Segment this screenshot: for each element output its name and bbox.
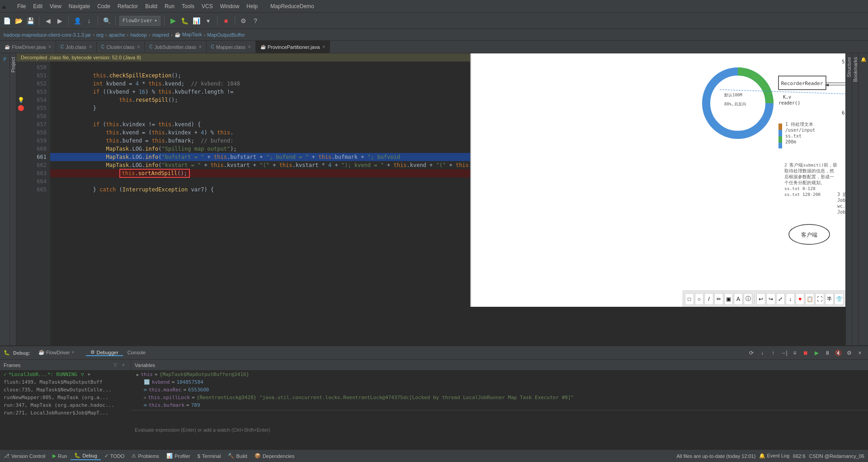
frame-item-4[interactable]: run:347, MapTask (org.apache.hadoc... xyxy=(0,401,131,409)
forward-btn[interactable]: ▶ xyxy=(55,16,65,26)
debug-btn[interactable]: 🐛 xyxy=(180,16,190,26)
path-mapoutputbuffer[interactable]: MapOutputBuffer xyxy=(207,32,245,38)
settings-btn[interactable]: ⚙ xyxy=(239,16,249,26)
bottom-tab-dependencies[interactable]: 📦 Dependencies xyxy=(251,452,298,460)
frames-add-btn[interactable]: + xyxy=(120,362,127,369)
expand-spilllock[interactable]: ∞ xyxy=(144,395,146,400)
frame-item-5[interactable]: run:271, LocalJobRunner$Job$MapT... xyxy=(0,409,131,417)
bottom-tab-run[interactable]: ▶ Run xyxy=(49,452,71,460)
tab-cluster[interactable]: C Cluster.class × xyxy=(97,41,145,53)
tab-mapper[interactable]: C Mapper.class × xyxy=(207,41,256,53)
run-btn[interactable]: ▶ xyxy=(168,16,178,26)
back-btn[interactable]: ◀ xyxy=(43,16,53,26)
help-btn[interactable]: ? xyxy=(250,16,260,26)
event-log-label[interactable]: 🔔 Event Log xyxy=(759,453,789,459)
bottom-tab-vcs[interactable]: ⎇ Version Control xyxy=(0,452,49,460)
menu-navigate[interactable]: Navigate xyxy=(65,2,94,10)
path-jar[interactable]: hadoop-mapreduce-client-core-3.1.3.jar xyxy=(4,32,91,38)
frame-item-0[interactable]: ✓ *LocalJobR...*: RUNNING ▽ + xyxy=(0,371,131,378)
path-apache[interactable]: apache xyxy=(108,32,125,38)
dtool-line[interactable]: / xyxy=(704,293,713,305)
menu-code[interactable]: Code xyxy=(94,2,114,10)
search-btn[interactable]: 🔍 xyxy=(102,16,112,26)
frame-item-2[interactable]: close:735, MapTask$NewOutputColle... xyxy=(0,386,131,394)
debug-subtab-debugger[interactable]: ⚙ Debugger xyxy=(86,349,123,356)
debug-mute[interactable]: 🔇 xyxy=(834,348,843,357)
frame-item-3[interactable]: runNewMapper:805, MapTask (org.a... xyxy=(0,394,131,401)
tab-provincepartitioner[interactable]: ☕ ProvincePartitioner.java × xyxy=(256,41,330,53)
more-run-btn[interactable]: ▾ xyxy=(203,16,213,26)
menu-vcs[interactable]: VCS xyxy=(198,2,217,10)
bottom-tab-profiler[interactable]: 📊 Profiler xyxy=(163,452,194,460)
tab-close-mapper[interactable]: × xyxy=(248,44,251,49)
var-item-this[interactable]: ▶ this = {MapTask$MapOutputBuffer@3416} xyxy=(131,371,868,378)
notification-icon[interactable]: 🔔 xyxy=(859,55,868,63)
tab-job[interactable]: C Job.class × xyxy=(56,41,97,53)
dtool-text-box[interactable]: ▣ xyxy=(724,293,733,305)
menu-help[interactable]: Help xyxy=(243,2,261,10)
debug-close[interactable]: × xyxy=(855,348,864,357)
menu-tools[interactable]: Tools xyxy=(178,2,198,10)
debug-evaluate[interactable]: ≡ xyxy=(790,348,799,357)
bottom-tab-debug[interactable]: 🐛 Debug xyxy=(71,452,100,460)
var-item-kvbend[interactable]: 🔢 kvbend = 104857584 xyxy=(131,378,868,386)
open-btn[interactable]: 📂 xyxy=(14,16,24,26)
debug-tab-flowdriver[interactable]: ☕ FlowDriver × xyxy=(34,349,79,356)
menu-view[interactable]: View xyxy=(46,2,65,10)
var-item-spilllock[interactable]: ∞ this.spillLock = {ReentrantLock@3428} … xyxy=(131,394,868,401)
structure-sidebar[interactable]: Structure xyxy=(845,53,852,345)
dtool-rect[interactable]: □ xyxy=(685,293,694,305)
debug-settings[interactable]: ⚙ xyxy=(844,348,854,357)
debug-run-to-cursor[interactable]: →| xyxy=(779,348,788,357)
add-frame-btn[interactable]: + xyxy=(88,372,91,377)
frames-filter-btn[interactable]: ▽ xyxy=(112,362,119,369)
menu-refactor[interactable]: Refactor xyxy=(114,2,142,10)
path-maptask[interactable]: ☕ MapTask xyxy=(175,32,202,38)
stop-btn[interactable]: ■ xyxy=(221,16,231,26)
dtool-shirt[interactable]: 👕 xyxy=(835,293,844,305)
dtool-clipboard[interactable]: 📋 xyxy=(805,293,814,305)
tab-flowdriver[interactable]: ☕ FlowDriver.java × xyxy=(0,41,56,53)
var-item-maxrec[interactable]: ∞ this.maxRec = 6553600 xyxy=(131,386,868,394)
frame-item-1[interactable]: flush:1499, MapTask$MapOutputBuff xyxy=(0,378,131,386)
dtool-pencil[interactable]: ✏ xyxy=(714,293,723,305)
expand-this[interactable]: ▶ xyxy=(137,372,139,377)
tab-close-jobsubmitter[interactable]: × xyxy=(199,44,202,49)
var-item-bufmark[interactable]: ∞ this.bufmark = 789 xyxy=(131,401,868,409)
arrow-btn[interactable]: ↓ xyxy=(84,16,94,26)
menu-run[interactable]: Run xyxy=(161,2,178,10)
bottom-tab-problems[interactable]: ⚠ Problems xyxy=(128,452,162,460)
dtool-undo[interactable]: ↩ xyxy=(756,293,765,305)
debug-step-into[interactable]: ↓ xyxy=(758,348,767,357)
project-panel[interactable]: Project xyxy=(10,53,16,345)
bottom-tab-terminal[interactable]: $ Terminal xyxy=(194,452,225,460)
expression-input[interactable] xyxy=(131,410,868,449)
dtool-redo[interactable]: ↪ xyxy=(766,293,775,305)
tab-close-provincepartitioner[interactable]: × xyxy=(322,44,325,49)
dtool-expand[interactable]: ⤢ xyxy=(776,293,785,305)
path-org[interactable]: org xyxy=(96,32,104,38)
dtool-info[interactable]: ⓘ xyxy=(744,293,753,305)
user-btn[interactable]: 👤 xyxy=(72,16,82,26)
menu-file[interactable]: File xyxy=(14,2,29,10)
tab-close-job[interactable]: × xyxy=(89,44,92,49)
path-hadoop[interactable]: hadoop xyxy=(130,32,147,38)
debug-stop[interactable]: ⏹ xyxy=(801,348,810,357)
dtool-heart[interactable]: ♥ xyxy=(796,293,805,305)
debug-step-out[interactable]: ↑ xyxy=(769,348,778,357)
bottom-tab-build[interactable]: 🔨 Build xyxy=(224,452,250,460)
coverage-btn[interactable]: 📊 xyxy=(192,16,202,26)
project-dropdown[interactable]: FlowDriver ▾ xyxy=(119,16,160,26)
tab-close-cluster[interactable]: × xyxy=(137,44,140,49)
menu-edit[interactable]: Edit xyxy=(29,2,46,10)
dtool-fullscreen[interactable]: ⛶ xyxy=(815,293,824,305)
debug-tab-close[interactable]: × xyxy=(72,350,75,355)
dtool-circle[interactable]: ○ xyxy=(695,293,704,305)
dtool-download[interactable]: ↓ xyxy=(786,293,795,305)
tab-close-flowdriver[interactable]: × xyxy=(48,44,51,49)
dtool-text[interactable]: A xyxy=(734,293,743,305)
path-mapred[interactable]: mapred xyxy=(152,32,169,38)
debug-step-over[interactable]: ⟳ xyxy=(747,348,756,357)
dtool-half[interactable]: 半 xyxy=(825,293,834,305)
project-icon[interactable]: P xyxy=(1,55,9,63)
